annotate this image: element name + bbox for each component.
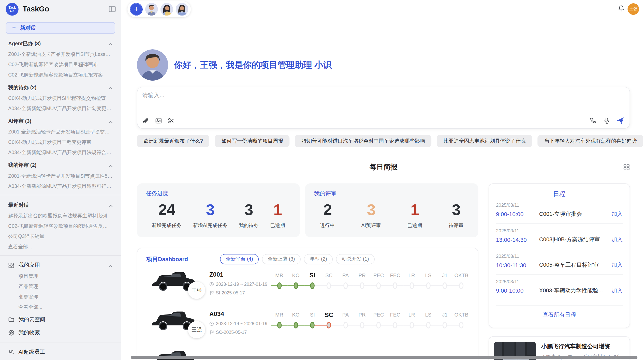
taskgo-logo: Task Go <box>6 3 19 16</box>
section-agent-done[interactable]: Agent已办 (3) <box>8 40 113 47</box>
project-row-z001[interactable]: 王强 Z001 2023-12-19 ~ 2027-01-19 <box>137 264 478 304</box>
project-flag: SC-2025-05-17 <box>216 330 247 335</box>
daily-brief-title: 每日简报 <box>137 162 630 172</box>
scissors-icon[interactable] <box>168 117 175 124</box>
sidebar-item-favorites[interactable]: 我的收藏 <box>8 329 113 336</box>
tab-powertrain[interactable]: 动总开发 (1) <box>336 254 375 264</box>
suggestion-chip[interactable]: 当下年轻人对汽车外观有怎样的喜好趋势 <box>538 135 643 147</box>
sidebar-item[interactable]: C0X4-动力总成开发项目工程变更评审 <box>8 139 113 145</box>
join-link[interactable]: 加入 <box>611 236 623 243</box>
milestone-J1: J1 <box>436 271 453 291</box>
section-my-todo[interactable]: 我的待办 (2) <box>8 84 113 91</box>
project-row-a034[interactable]: 王强 A034 2023-12-19 ~ 2026-01-19 <box>137 304 478 343</box>
stat-value: 1 <box>270 201 285 219</box>
chat-input-card <box>137 87 630 129</box>
app-item-project-mgmt[interactable]: 项目管理 <box>8 273 113 279</box>
schedule-meeting-title: C001-立项审批会 <box>539 211 612 218</box>
sidebar-item[interactable]: Z001-全新燃油皮卡产品开发项目SI节点Lesson Learn报告 <box>8 51 113 57</box>
suggestion-chip[interactable]: 特朗普可能对进口汽车增税会对中国车企造成哪些影响 <box>295 135 432 147</box>
stat-label: 已逾期 <box>270 222 285 229</box>
sidebar-item[interactable]: Z001-全新燃油轻卡产品开发项目SI节点属性5D文件评审 <box>8 173 113 179</box>
app-item-change-mgmt[interactable]: 变更管理 <box>8 294 113 300</box>
join-link[interactable]: 加入 <box>611 211 623 218</box>
stat-value: 3 <box>361 201 381 219</box>
milestone-SI: SI <box>304 271 321 291</box>
sidebar-item[interactable]: C02-飞腾新能源轻客改款项目立项汇报方案 <box>8 72 113 78</box>
view-all-apps-link[interactable]: 查看全部... <box>8 304 113 310</box>
recent-chat-item[interactable]: 公司Q3轻卡销量 <box>8 233 113 239</box>
tab-new-platform[interactable]: 全新平台 (4) <box>220 254 259 264</box>
layout-grid-icon[interactable] <box>623 164 630 171</box>
milestone-KO: KO <box>288 271 304 291</box>
plus-icon: ＋ <box>11 24 17 32</box>
project-flag: SI-2025-05-17 <box>216 290 245 295</box>
sidebar-item[interactable]: A034-全新新能源MUV产品开发项目计划变更表编写 <box>8 106 113 112</box>
sidebar-collapse-icon[interactable] <box>109 5 116 13</box>
section-recent-chats[interactable]: 最近对话 <box>8 202 113 208</box>
sidebar: Task Go TaskGo ＋ 新对话 Agent已办 (3) Z001-全新… <box>0 0 121 360</box>
stat-in-progress: 2 进行中 <box>320 201 335 229</box>
tab-new-body[interactable]: 全新上装 (3) <box>262 254 301 264</box>
project-dates: 2023-12-19 ~ 2026-01-19 <box>216 321 267 326</box>
sidebar-item[interactable]: A034-全新新能源MUV产品开发项目造型可行性评审 <box>8 183 113 189</box>
view-all-schedule-link[interactable]: 查看所有日程 <box>496 305 623 319</box>
new-chat-button[interactable]: ＋ 新对话 <box>6 22 115 34</box>
app-window: Task Go TaskGo ＋ 新对话 Agent已办 (3) Z001-全新… <box>0 0 644 360</box>
recent-chat-item[interactable]: 解释最新出台的欧盟报废车法规再生塑料比例被调至15%... <box>8 213 113 219</box>
schedule-time: 9:00-10:00 <box>496 211 539 217</box>
section-my-review[interactable]: 我的评审 (2) <box>8 162 113 169</box>
flag-icon <box>209 290 214 295</box>
milestone-PEC: PEC <box>370 271 387 291</box>
sidebar-item[interactable]: A034-全新新能源MUV产品开发项目法规符合性评审 <box>8 150 113 156</box>
milestone-OKTB: OKTB <box>453 271 470 291</box>
chat-input[interactable] <box>141 91 625 99</box>
recent-chat-item[interactable]: C02-飞腾新能源轻客改款项目的闭环通告反馈情况 <box>8 223 113 229</box>
greeting-text: 你好，王强，我是你的项目管理助理 小识 <box>174 59 332 71</box>
milestone-SC: SC <box>321 310 337 330</box>
microphone-icon[interactable] <box>603 117 610 124</box>
suggestion-chip[interactable]: 欧洲新规最近颁布了什么? <box>137 135 209 147</box>
image-icon[interactable] <box>155 117 162 124</box>
view-all-chats-link[interactable]: 查看全部... <box>8 244 113 250</box>
sidebar-item[interactable]: C0X4-动力总成开发项目SI里程碑提交物检查 <box>8 95 113 101</box>
tab-year-model[interactable]: 年型 (2) <box>304 254 333 264</box>
stat-label: 我的待办 <box>239 222 259 229</box>
app-item-product-mgmt[interactable]: 产品管理 <box>8 284 113 290</box>
sidebar-item[interactable]: Z001-全新燃油轻卡产品开发项目SI造型提交物评审 <box>8 129 113 135</box>
stat-ai-prereview: 3 AI预评审 <box>361 201 381 229</box>
milestone-MR: MR <box>271 271 288 291</box>
suggestion-chip[interactable]: 如何写一份清晰的项目周报 <box>215 135 290 147</box>
project-owner-badge: 王强 <box>188 321 205 338</box>
sidebar-item-ai-staff[interactable]: AI超级员工 <box>8 348 113 356</box>
sidebar-item-my-apps[interactable]: 我的应用 <box>8 261 113 269</box>
join-link[interactable]: 加入 <box>611 261 623 269</box>
stats-row: 任务进度 24 新增完成任务 3 新增AI完成任务 <box>137 183 478 237</box>
milestone-FEC: FEC <box>387 271 403 291</box>
schedule-time: 10:30-11:30 <box>496 262 539 268</box>
suggestion-chip[interactable]: 比亚迪全固态电池计划具体说了什么 <box>437 135 532 147</box>
my-apps-label: 我的应用 <box>19 261 109 269</box>
send-icon[interactable] <box>617 117 624 124</box>
schedule-entry: 2025/03/11 9:00-10:00 C001-立项审批会 加入 <box>496 198 623 223</box>
horizontal-scrollbar[interactable] <box>131 356 637 359</box>
clock-icon <box>209 321 214 326</box>
stat-value: 2 <box>320 201 335 219</box>
sidebar-item[interactable]: C02-飞腾新能源轻客改款项目里程碑画布 <box>8 62 113 68</box>
join-link[interactable]: 加入 <box>611 287 623 294</box>
schedule-title: 日程 <box>496 190 623 198</box>
schedule-date: 2025/03/11 <box>496 254 623 259</box>
stat-label: 待评审 <box>449 222 463 229</box>
schedule-date: 2025/03/11 <box>496 279 623 284</box>
logo-text-bottom: Go <box>10 9 14 12</box>
dashboard-header: 项目Dashboard 全新平台 (4) 全新上装 (3) 年型 (2) 动总开… <box>137 254 478 264</box>
daily-brief-header: 每日简报 <box>137 162 630 172</box>
paperclip-icon[interactable] <box>142 117 149 124</box>
schedule-date: 2025/03/11 <box>496 203 623 207</box>
phone-icon[interactable] <box>590 117 597 124</box>
section-ai-review[interactable]: AI评审 (3) <box>8 118 113 125</box>
sidebar-item-cloud-space[interactable]: 我的云空间 <box>8 316 113 323</box>
dashboard-title: 项目Dashboard <box>147 256 188 263</box>
milestone-SC: SC <box>321 271 337 291</box>
milestone-PA: PA <box>337 271 354 291</box>
suggestion-chips: 欧洲新规最近颁布了什么? 如何写一份清晰的项目周报 特朗普可能对进口汽车增税会对… <box>137 135 630 147</box>
